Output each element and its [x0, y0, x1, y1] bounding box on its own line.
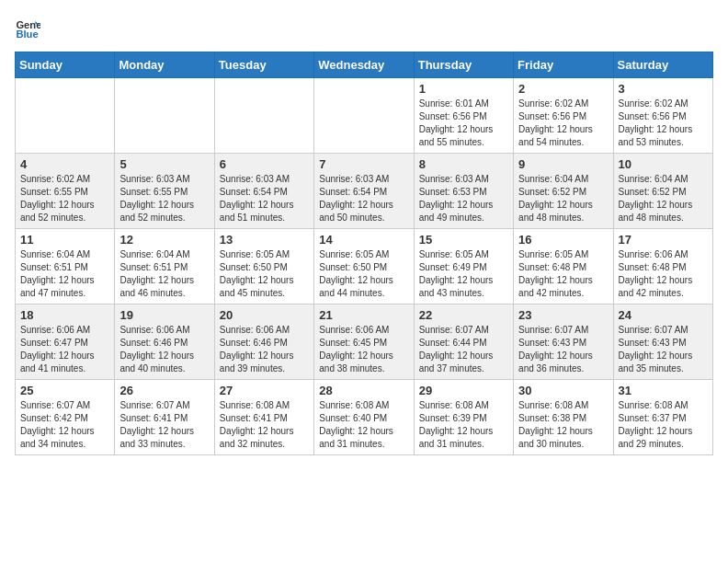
- day-info: Sunrise: 6:04 AM Sunset: 6:51 PM Dayligh…: [119, 248, 209, 300]
- calendar-cell: 13Sunrise: 6:05 AM Sunset: 6:50 PM Dayli…: [214, 229, 313, 304]
- day-number: 15: [419, 233, 508, 247]
- day-number: 24: [619, 308, 708, 322]
- weekday-header-row: SundayMondayTuesdayWednesdayThursdayFrid…: [16, 52, 713, 78]
- day-info: Sunrise: 6:08 AM Sunset: 6:37 PM Dayligh…: [619, 399, 708, 451]
- day-info: Sunrise: 6:04 AM Sunset: 6:52 PM Dayligh…: [518, 173, 608, 224]
- day-number: 26: [119, 384, 209, 397]
- calendar-cell: 9Sunrise: 6:04 AM Sunset: 6:52 PM Daylig…: [514, 154, 613, 229]
- calendar-cell: 15Sunrise: 6:05 AM Sunset: 6:49 PM Dayli…: [414, 229, 513, 304]
- day-number: 25: [20, 384, 109, 397]
- week-row-1: 1Sunrise: 6:01 AM Sunset: 6:56 PM Daylig…: [16, 78, 713, 154]
- weekday-header-tuesday: Tuesday: [214, 52, 313, 78]
- calendar-cell: 30Sunrise: 6:08 AM Sunset: 6:38 PM Dayli…: [514, 380, 613, 455]
- day-number: 23: [518, 308, 608, 322]
- calendar-cell: 17Sunrise: 6:06 AM Sunset: 6:48 PM Dayli…: [613, 229, 712, 304]
- day-info: Sunrise: 6:06 AM Sunset: 6:48 PM Dayligh…: [619, 248, 708, 300]
- day-number: 5: [119, 157, 209, 171]
- day-number: 7: [319, 157, 408, 171]
- calendar-cell: 14Sunrise: 6:05 AM Sunset: 6:50 PM Dayli…: [314, 229, 414, 304]
- calendar-cell: 2Sunrise: 6:02 AM Sunset: 6:56 PM Daylig…: [514, 78, 613, 154]
- day-number: 13: [220, 233, 309, 247]
- weekday-header-friday: Friday: [514, 52, 613, 78]
- day-info: Sunrise: 6:03 AM Sunset: 6:54 PM Dayligh…: [319, 173, 408, 224]
- calendar-cell: 7Sunrise: 6:03 AM Sunset: 6:54 PM Daylig…: [314, 154, 414, 229]
- day-number: 10: [619, 157, 708, 171]
- day-info: Sunrise: 6:03 AM Sunset: 6:53 PM Dayligh…: [419, 173, 508, 224]
- logo: General Blue: [15, 15, 44, 40]
- day-info: Sunrise: 6:04 AM Sunset: 6:51 PM Dayligh…: [20, 248, 109, 300]
- week-row-4: 18Sunrise: 6:06 AM Sunset: 6:47 PM Dayli…: [16, 304, 713, 380]
- day-number: 17: [619, 233, 708, 247]
- day-info: Sunrise: 6:06 AM Sunset: 6:46 PM Dayligh…: [220, 324, 309, 375]
- calendar-cell: 20Sunrise: 6:06 AM Sunset: 6:46 PM Dayli…: [214, 304, 313, 380]
- day-info: Sunrise: 6:07 AM Sunset: 6:42 PM Dayligh…: [20, 399, 109, 451]
- day-number: 1: [419, 82, 508, 96]
- calendar-cell: 4Sunrise: 6:02 AM Sunset: 6:55 PM Daylig…: [16, 154, 115, 229]
- calendar-cell: [214, 78, 313, 154]
- calendar-cell: 3Sunrise: 6:02 AM Sunset: 6:56 PM Daylig…: [613, 78, 712, 154]
- day-number: 31: [619, 384, 708, 397]
- calendar-cell: [16, 78, 115, 154]
- day-info: Sunrise: 6:06 AM Sunset: 6:46 PM Dayligh…: [119, 324, 209, 375]
- day-info: Sunrise: 6:02 AM Sunset: 6:56 PM Dayligh…: [619, 98, 708, 149]
- day-info: Sunrise: 6:07 AM Sunset: 6:41 PM Dayligh…: [119, 399, 209, 451]
- calendar-cell: 8Sunrise: 6:03 AM Sunset: 6:53 PM Daylig…: [414, 154, 513, 229]
- day-info: Sunrise: 6:04 AM Sunset: 6:52 PM Dayligh…: [619, 173, 708, 224]
- week-row-3: 11Sunrise: 6:04 AM Sunset: 6:51 PM Dayli…: [16, 229, 713, 304]
- calendar-cell: 5Sunrise: 6:03 AM Sunset: 6:55 PM Daylig…: [115, 154, 214, 229]
- calendar-table: SundayMondayTuesdayWednesdayThursdayFrid…: [15, 52, 713, 455]
- calendar-cell: [314, 78, 414, 154]
- day-info: Sunrise: 6:02 AM Sunset: 6:55 PM Dayligh…: [20, 173, 109, 224]
- day-number: 20: [220, 308, 309, 322]
- day-info: Sunrise: 6:08 AM Sunset: 6:39 PM Dayligh…: [419, 399, 508, 451]
- day-number: 9: [518, 157, 608, 171]
- weekday-header-thursday: Thursday: [414, 52, 513, 78]
- day-number: 11: [20, 233, 109, 247]
- calendar-cell: 25Sunrise: 6:07 AM Sunset: 6:42 PM Dayli…: [16, 380, 115, 455]
- day-info: Sunrise: 6:02 AM Sunset: 6:56 PM Dayligh…: [518, 98, 608, 149]
- weekday-header-saturday: Saturday: [613, 52, 712, 78]
- calendar-cell: 12Sunrise: 6:04 AM Sunset: 6:51 PM Dayli…: [115, 229, 214, 304]
- calendar-cell: 22Sunrise: 6:07 AM Sunset: 6:44 PM Dayli…: [414, 304, 513, 380]
- day-info: Sunrise: 6:05 AM Sunset: 6:49 PM Dayligh…: [419, 248, 508, 300]
- calendar-cell: 24Sunrise: 6:07 AM Sunset: 6:43 PM Dayli…: [613, 304, 712, 380]
- day-number: 6: [220, 157, 309, 171]
- weekday-header-monday: Monday: [115, 52, 214, 78]
- day-number: 21: [319, 308, 408, 322]
- calendar-cell: 29Sunrise: 6:08 AM Sunset: 6:39 PM Dayli…: [414, 380, 513, 455]
- day-number: 2: [518, 82, 608, 96]
- calendar-cell: 27Sunrise: 6:08 AM Sunset: 6:41 PM Dayli…: [214, 380, 313, 455]
- day-info: Sunrise: 6:03 AM Sunset: 6:54 PM Dayligh…: [220, 173, 309, 224]
- day-info: Sunrise: 6:05 AM Sunset: 6:50 PM Dayligh…: [319, 248, 408, 300]
- calendar-cell: 11Sunrise: 6:04 AM Sunset: 6:51 PM Dayli…: [16, 229, 115, 304]
- calendar-cell: 18Sunrise: 6:06 AM Sunset: 6:47 PM Dayli…: [16, 304, 115, 380]
- day-number: 14: [319, 233, 408, 247]
- calendar-cell: 26Sunrise: 6:07 AM Sunset: 6:41 PM Dayli…: [115, 380, 214, 455]
- calendar-cell: 19Sunrise: 6:06 AM Sunset: 6:46 PM Dayli…: [115, 304, 214, 380]
- calendar-cell: [115, 78, 214, 154]
- day-number: 12: [119, 233, 209, 247]
- day-number: 4: [20, 157, 109, 171]
- calendar-cell: 10Sunrise: 6:04 AM Sunset: 6:52 PM Dayli…: [613, 154, 712, 229]
- day-info: Sunrise: 6:06 AM Sunset: 6:45 PM Dayligh…: [319, 324, 408, 375]
- weekday-header-wednesday: Wednesday: [314, 52, 414, 78]
- day-info: Sunrise: 6:07 AM Sunset: 6:43 PM Dayligh…: [619, 324, 708, 375]
- day-info: Sunrise: 6:08 AM Sunset: 6:40 PM Dayligh…: [319, 399, 408, 451]
- day-info: Sunrise: 6:03 AM Sunset: 6:55 PM Dayligh…: [119, 173, 209, 224]
- day-info: Sunrise: 6:08 AM Sunset: 6:41 PM Dayligh…: [220, 399, 309, 451]
- svg-text:Blue: Blue: [16, 29, 38, 40]
- day-number: 22: [419, 308, 508, 322]
- weekday-header-sunday: Sunday: [16, 52, 115, 78]
- day-number: 3: [619, 82, 708, 96]
- day-info: Sunrise: 6:06 AM Sunset: 6:47 PM Dayligh…: [20, 324, 109, 375]
- day-number: 18: [20, 308, 109, 322]
- day-number: 16: [518, 233, 608, 247]
- calendar-cell: 16Sunrise: 6:05 AM Sunset: 6:48 PM Dayli…: [514, 229, 613, 304]
- week-row-5: 25Sunrise: 6:07 AM Sunset: 6:42 PM Dayli…: [16, 380, 713, 455]
- week-row-2: 4Sunrise: 6:02 AM Sunset: 6:55 PM Daylig…: [16, 154, 713, 229]
- page-header: General Blue: [15, 15, 713, 40]
- day-info: Sunrise: 6:07 AM Sunset: 6:44 PM Dayligh…: [419, 324, 508, 375]
- calendar-cell: 1Sunrise: 6:01 AM Sunset: 6:56 PM Daylig…: [414, 78, 513, 154]
- day-number: 8: [419, 157, 508, 171]
- day-info: Sunrise: 6:05 AM Sunset: 6:50 PM Dayligh…: [220, 248, 309, 300]
